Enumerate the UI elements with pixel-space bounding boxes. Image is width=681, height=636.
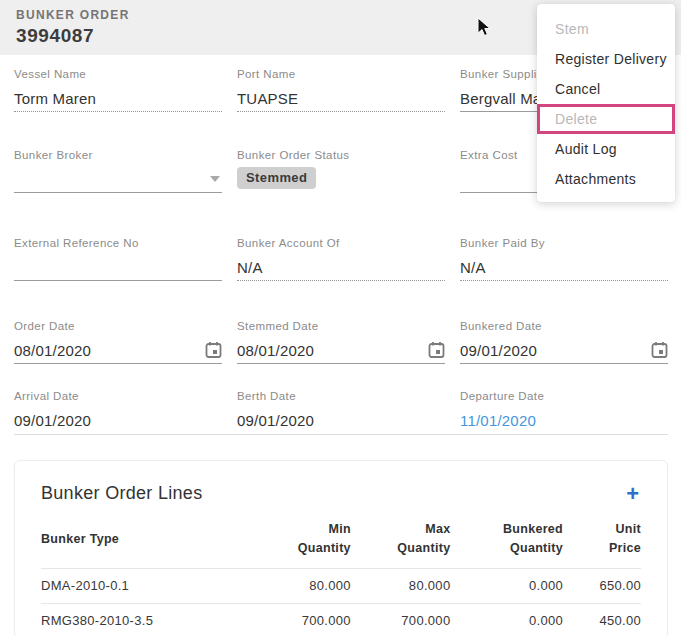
bunker-account-of-field: Bunker Account Of N/A <box>237 237 445 281</box>
stemmed-date-value: 08/01/2020 <box>237 342 314 359</box>
port-name-value: TUAPSE <box>237 85 445 112</box>
bunker-broker-field[interactable]: Bunker Broker <box>14 149 222 193</box>
menu-item-audit-log[interactable]: Audit Log <box>537 134 675 164</box>
calendar-icon[interactable] <box>651 341 668 359</box>
calendar-icon[interactable] <box>428 341 445 359</box>
cell-bunker-type: RMG380-2010-3.5 <box>41 603 251 636</box>
vessel-name-label: Vessel Name <box>14 68 222 80</box>
status-badge: Stemmed <box>237 167 316 189</box>
column-header-bunkered-quantity: Bunkered Quantity <box>450 518 563 568</box>
departure-date-link[interactable]: 11/01/2020 <box>460 407 668 434</box>
add-order-line-button[interactable]: + <box>624 486 641 502</box>
order-actions-menu: Stem Register Delivery Cancel Delete Aud… <box>537 4 675 202</box>
bunker-order-lines-card: Bunker Order Lines + Bunker Type Min Qua… <box>14 460 668 636</box>
chevron-down-icon[interactable] <box>210 176 220 182</box>
berth-date-label: Berth Date <box>237 390 445 402</box>
bunker-order-status-label: Bunker Order Status <box>237 149 445 161</box>
menu-item-cancel[interactable]: Cancel <box>537 74 675 104</box>
bunker-paid-by-value: N/A <box>460 254 668 281</box>
bunker-account-of-label: Bunker Account Of <box>237 237 445 249</box>
column-header-bunker-type: Bunker Type <box>41 518 251 568</box>
menu-item-register-delivery[interactable]: Register Delivery <box>537 44 675 74</box>
bunkered-date-label: Bunkered Date <box>460 320 668 332</box>
column-header-min-quantity: Min Quantity <box>251 518 351 568</box>
berth-date-field: Berth Date 09/01/2020 <box>237 390 445 434</box>
external-reference-value[interactable] <box>14 254 222 281</box>
section-divider <box>14 434 668 435</box>
port-name-field[interactable]: Port Name TUAPSE <box>237 68 445 112</box>
port-name-label: Port Name <box>237 68 445 80</box>
stemmed-date-field[interactable]: Stemmed Date 08/01/2020 <box>237 320 445 364</box>
berth-date-value: 09/01/2020 <box>237 407 445 434</box>
departure-date-field[interactable]: Departure Date 11/01/2020 <box>460 390 668 434</box>
external-reference-field[interactable]: External Reference No <box>14 237 222 281</box>
order-date-field[interactable]: Order Date 08/01/2020 <box>14 320 222 364</box>
bunkered-date-value: 09/01/2020 <box>460 342 537 359</box>
order-lines-table: Bunker Type Min Quantity Max Quantity Bu… <box>41 518 641 636</box>
vessel-name-field[interactable]: Vessel Name Torm Maren <box>14 68 222 112</box>
cell-unit-price: 650.00 <box>563 568 641 603</box>
table-row[interactable]: RMG380-2010-3.5 700.000 700.000 0.000 45… <box>41 603 641 636</box>
bunker-account-of-value: N/A <box>237 254 445 281</box>
menu-item-stem: Stem <box>537 14 675 44</box>
order-date-label: Order Date <box>14 320 222 332</box>
bunker-order-status-field: Bunker Order Status Stemmed <box>237 149 445 193</box>
cell-max-quantity: 700.000 <box>351 603 451 636</box>
cell-bunker-type: DMA-2010-0.1 <box>41 568 251 603</box>
column-header-max-quantity: Max Quantity <box>351 518 451 568</box>
arrival-date-value: 09/01/2020 <box>14 407 222 434</box>
order-date-value: 08/01/2020 <box>14 342 91 359</box>
menu-item-delete[interactable]: Delete <box>537 104 675 134</box>
menu-item-attachments[interactable]: Attachments <box>537 164 675 194</box>
table-row[interactable]: DMA-2010-0.1 80.000 80.000 0.000 650.00 <box>41 568 641 603</box>
bunker-broker-value[interactable] <box>14 166 222 193</box>
vessel-name-value: Torm Maren <box>14 85 222 112</box>
bunker-paid-by-field: Bunker Paid By N/A <box>460 237 668 281</box>
cell-min-quantity: 80.000 <box>251 568 351 603</box>
order-lines-title: Bunker Order Lines <box>41 483 202 504</box>
column-header-unit-price: Unit Price <box>563 518 641 568</box>
bunker-broker-label: Bunker Broker <box>14 149 222 161</box>
external-reference-label: External Reference No <box>14 237 222 249</box>
cell-bunkered-quantity: 0.000 <box>450 603 563 636</box>
cell-max-quantity: 80.000 <box>351 568 451 603</box>
bunkered-date-field[interactable]: Bunkered Date 09/01/2020 <box>460 320 668 364</box>
departure-date-label: Departure Date <box>460 390 668 402</box>
arrival-date-field: Arrival Date 09/01/2020 <box>14 390 222 434</box>
calendar-icon[interactable] <box>205 341 222 359</box>
cell-min-quantity: 700.000 <box>251 603 351 636</box>
cell-unit-price: 450.00 <box>563 603 641 636</box>
cell-bunkered-quantity: 0.000 <box>450 568 563 603</box>
bunker-paid-by-label: Bunker Paid By <box>460 237 668 249</box>
arrival-date-label: Arrival Date <box>14 390 222 402</box>
stemmed-date-label: Stemmed Date <box>237 320 445 332</box>
